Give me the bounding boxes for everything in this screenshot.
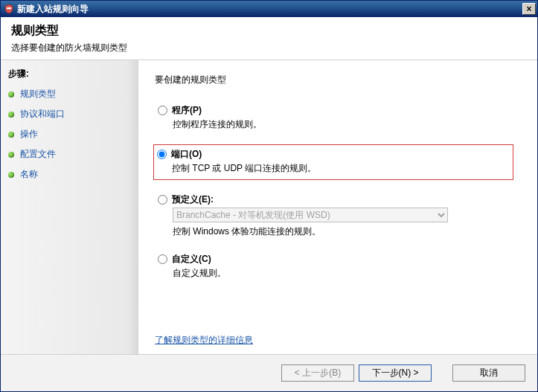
radio-program[interactable]	[158, 106, 167, 115]
step-label: 配置文件	[20, 148, 56, 161]
step-label: 名称	[20, 168, 38, 181]
option-program: 程序(P) 控制程序连接的规则。	[155, 103, 522, 132]
radio-predefined[interactable]	[158, 195, 167, 205]
step-rule-type[interactable]: 规则类型	[8, 88, 132, 100]
option-predefined: 预定义(E): BranchCache - 对等机发现(使用 WSD) 控制 W…	[155, 192, 522, 240]
predefined-select: BranchCache - 对等机发现(使用 WSD)	[173, 208, 448, 222]
svg-rect-0	[7, 7, 11, 9]
step-action[interactable]: 操作	[8, 128, 132, 141]
rule-type-options: 程序(P) 控制程序连接的规则。 端口(O) 控制 TCP 或 UDP 端口连接…	[155, 103, 522, 293]
shield-icon	[4, 4, 14, 14]
step-profile[interactable]: 配置文件	[8, 148, 132, 161]
step-label: 规则类型	[20, 88, 56, 100]
wizard-footer: < 上一步(B) 下一步(N) > 取消	[1, 354, 537, 391]
cancel-button[interactable]: 取消	[452, 364, 525, 382]
bullet-icon	[8, 132, 14, 138]
learn-more-link[interactable]: 了解规则类型的详细信息	[155, 335, 253, 345]
back-button: < 上一步(B)	[281, 364, 354, 382]
step-name[interactable]: 名称	[8, 168, 132, 181]
step-label: 操作	[20, 128, 38, 141]
radio-port[interactable]	[157, 150, 167, 159]
steps-sidebar: 步骤: 规则类型 协议和端口 操作 配置文件	[1, 60, 138, 354]
bullet-icon	[8, 91, 14, 97]
close-button[interactable]: ×	[522, 3, 536, 15]
step-protocol-port[interactable]: 协议和端口	[8, 108, 132, 121]
option-custom: 自定义(C) 自定义规则。	[155, 251, 522, 281]
bullet-icon	[8, 152, 14, 158]
step-label: 协议和端口	[20, 108, 65, 121]
titlebar: 新建入站规则向导 ×	[1, 1, 537, 17]
close-icon: ×	[526, 4, 531, 13]
bullet-icon	[8, 112, 14, 118]
option-port: 端口(O) 控制 TCP 或 UDP 端口连接的规则。	[153, 144, 513, 180]
steps-heading: 步骤:	[8, 68, 132, 80]
next-button[interactable]: 下一步(N) >	[359, 364, 432, 382]
option-predefined-desc: 控制 Windows 体验功能连接的规则。	[173, 225, 519, 238]
wizard-main: 步骤: 规则类型 协议和端口 操作 配置文件	[1, 60, 537, 354]
window-title: 新建入站规则向导	[17, 3, 89, 16]
option-predefined-label: 预定义(E):	[172, 193, 214, 206]
radio-custom[interactable]	[158, 254, 167, 264]
wizard-header: 规则类型 选择要创建的防火墙规则类型	[1, 17, 537, 60]
page-subtitle: 选择要创建的防火墙规则类型	[11, 42, 527, 54]
option-program-desc: 控制程序连接的规则。	[173, 118, 519, 131]
wizard-window: 新建入站规则向导 × 规则类型 选择要创建的防火墙规则类型 步骤: 规则类型 协…	[0, 0, 538, 392]
page-title: 规则类型	[11, 23, 527, 39]
option-program-label: 程序(P)	[172, 104, 202, 117]
option-custom-desc: 自定义规则。	[173, 267, 519, 280]
option-port-desc: 控制 TCP 或 UDP 端口连接的规则。	[172, 162, 510, 175]
wizard-content: 要创建的规则类型 程序(P) 控制程序连接的规则。 端口(O) 控制 TCP 或…	[138, 60, 537, 354]
bullet-icon	[8, 172, 14, 178]
option-port-label: 端口(O)	[171, 148, 202, 161]
option-custom-label: 自定义(C)	[172, 253, 211, 266]
content-prompt: 要创建的规则类型	[155, 74, 522, 86]
